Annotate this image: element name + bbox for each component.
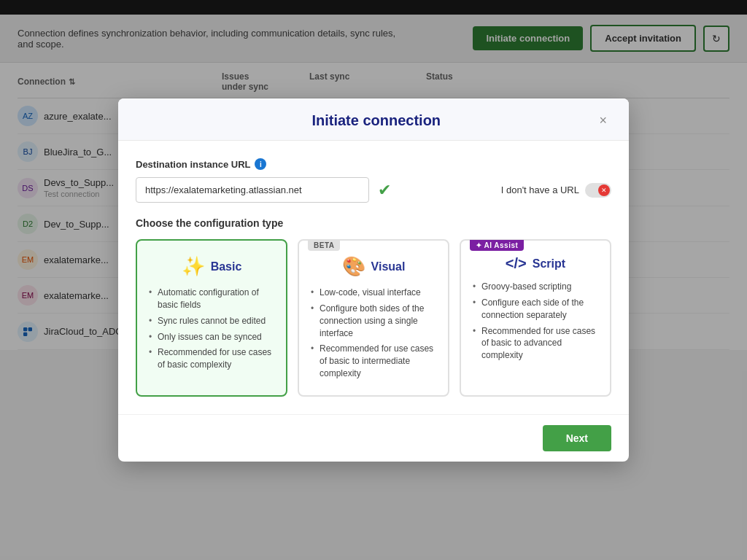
script-card-list: Groovy-based scripting Configure each si… [471,281,600,362]
list-item: Sync rules cannot be edited [147,315,276,327]
check-icon: ✔ [378,181,391,200]
basic-card-title: Basic [211,260,242,273]
no-url-toggle-track[interactable]: ✕ [585,183,611,198]
toggle-off-icon: ✕ [598,184,610,196]
list-item: Recommended for use cases of basic compl… [147,346,276,371]
list-item: Automatic configuration of basic fields [147,287,276,311]
list-item: Recommended for use cases of basic to in… [309,343,438,379]
card-title-row-basic: ✨ Basic [147,255,276,278]
url-input[interactable] [136,177,369,203]
url-row: ✔ I don't have a URL ✕ [136,177,611,203]
modal-footer: Next [118,414,629,462]
card-title-row-visual: 🎨 Visual [309,255,438,278]
modal-title: Initiate connection [158,112,595,129]
info-icon: i [255,158,266,170]
card-title-row-script: </> Script [471,255,600,272]
basic-icon: ✨ [182,255,205,278]
config-card-basic[interactable]: ✨ Basic Automatic configuration of basic… [136,239,287,397]
initiate-connection-modal: Initiate connection × Destination instan… [118,98,629,462]
script-icon: </> [506,255,527,272]
list-item: Low-code, visual interface [309,287,438,299]
modal-close-button[interactable]: × [595,112,611,130]
next-button[interactable]: Next [543,425,611,451]
beta-badge: BETA [308,240,340,251]
list-item: Configure both sides of the connection u… [309,303,438,339]
modal-body: Destination instance URL i ✔ I don't hav… [118,141,629,414]
config-card-script[interactable]: ✦ AI Assist </> Script Groovy-based scri… [460,239,611,397]
visual-icon: 🎨 [342,255,365,278]
list-item: Groovy-based scripting [471,281,600,293]
list-item: Recommended for use cases of basic to ad… [471,325,600,362]
config-section-label: Choose the configuration type [136,217,611,229]
list-item: Configure each side of the connection se… [471,297,600,322]
basic-card-list: Automatic configuration of basic fields … [147,287,276,371]
config-card-visual[interactable]: BETA 🎨 Visual Low-code, visual interface… [298,239,449,397]
modal-header: Initiate connection × [118,98,629,141]
visual-card-list: Low-code, visual interface Configure bot… [309,287,438,380]
url-field-label: Destination instance URL i [136,158,611,170]
ai-assist-badge: ✦ AI Assist [470,240,524,251]
list-item: Only issues can be synced [147,331,276,343]
script-card-title: Script [533,257,565,271]
no-url-toggle: I don't have a URL ✕ [501,183,611,198]
modal-overlay: Initiate connection × Destination instan… [0,0,747,560]
config-cards: ✨ Basic Automatic configuration of basic… [136,239,611,397]
visual-card-title: Visual [371,260,406,273]
